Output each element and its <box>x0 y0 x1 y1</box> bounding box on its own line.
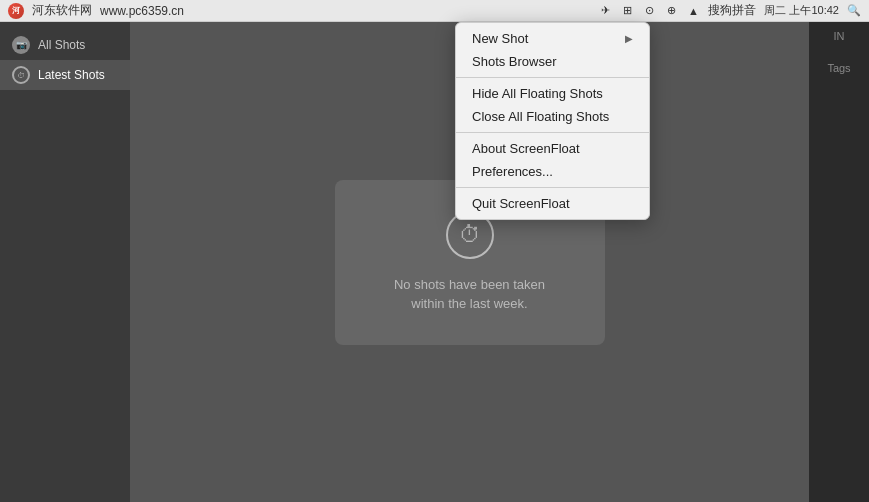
menu-label-close-floating: Close All Floating Shots <box>472 109 609 124</box>
tags-label: Tags <box>813 62 865 74</box>
sidebar: 📷 All Shots ⏱ Latest Shots <box>0 22 130 502</box>
empty-state-text: No shots have been taken within the last… <box>394 275 545 314</box>
volume-icon: ▲ <box>686 4 700 18</box>
menu-item-hide-floating[interactable]: Hide All Floating Shots <box>456 82 649 105</box>
menu-label-new-shot: New Shot <box>472 31 528 46</box>
wifi-icon: ⊙ <box>642 4 656 18</box>
menu-label-shots-browser: Shots Browser <box>472 54 557 69</box>
menu-label-preferences: Preferences... <box>472 164 553 179</box>
empty-title: No shots have been taken <box>394 277 545 292</box>
dropdown-menu: New Shot ▶ Shots Browser Hide All Floati… <box>455 22 650 220</box>
sidebar-item-latest-shots[interactable]: ⏱ Latest Shots <box>0 60 130 90</box>
sidebar-item-all-shots[interactable]: 📷 All Shots <box>0 30 130 60</box>
datetime-label: 周二 上午10:42 <box>764 3 839 18</box>
separator-3 <box>456 187 649 188</box>
app-logo: 河 <box>8 3 24 19</box>
sidebar-label-latest-shots: Latest Shots <box>38 68 105 82</box>
ime-label[interactable]: 搜狗拼音 <box>708 2 756 19</box>
right-panel-title: IN <box>813 30 865 42</box>
menu-item-shots-browser[interactable]: Shots Browser <box>456 50 649 73</box>
airplane-icon: ✈ <box>598 4 612 18</box>
company-label: 河东软件网 <box>32 2 92 19</box>
submenu-arrow-new-shot: ▶ <box>625 33 633 44</box>
menubar: 河 河东软件网 www.pc6359.cn ✈ ⊞ ⊙ ⊕ ▲ 搜狗拼音 周二 … <box>0 0 869 22</box>
menu-item-new-shot[interactable]: New Shot ▶ <box>456 27 649 50</box>
empty-subtitle: within the last week. <box>411 296 527 311</box>
search-icon[interactable]: 🔍 <box>847 4 861 18</box>
airplay-icon: ⊕ <box>664 4 678 18</box>
clock-icon-small: ⏱ <box>12 66 30 84</box>
separator-2 <box>456 132 649 133</box>
menubar-left: 河 河东软件网 www.pc6359.cn <box>8 2 184 19</box>
menu-item-about[interactable]: About ScreenFloat <box>456 137 649 160</box>
menu-label-about: About ScreenFloat <box>472 141 580 156</box>
right-panel: IN Tags <box>809 22 869 502</box>
sidebar-label-all-shots: All Shots <box>38 38 85 52</box>
logo-text: 河 <box>12 5 20 16</box>
site-label: www.pc6359.cn <box>100 4 184 18</box>
menubar-right: ✈ ⊞ ⊙ ⊕ ▲ 搜狗拼音 周二 上午10:42 🔍 <box>598 2 861 19</box>
screenfloat-icon[interactable]: ⊞ <box>620 4 634 18</box>
menu-item-preferences[interactable]: Preferences... <box>456 160 649 183</box>
menu-item-close-floating[interactable]: Close All Floating Shots <box>456 105 649 128</box>
camera-icon: 📷 <box>12 36 30 54</box>
menu-item-quit[interactable]: Quit ScreenFloat <box>456 192 649 215</box>
menu-label-quit: Quit ScreenFloat <box>472 196 570 211</box>
separator-1 <box>456 77 649 78</box>
menu-label-hide-floating: Hide All Floating Shots <box>472 86 603 101</box>
